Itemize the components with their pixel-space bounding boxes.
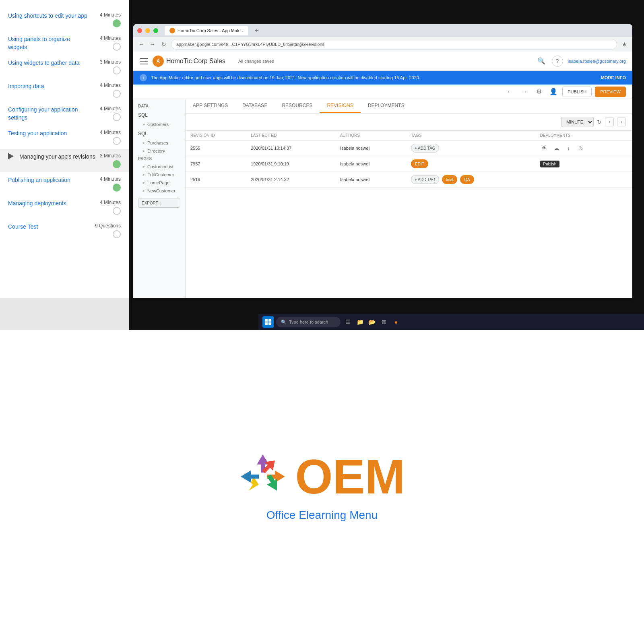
undo-btn[interactable]: ←	[504, 86, 516, 97]
reload-btn[interactable]: ↻	[160, 40, 168, 48]
course-item-testing[interactable]: Testing your application 4 Minutes	[0, 126, 129, 149]
sidebar-editcustomer[interactable]: ► EditCustomer	[133, 171, 185, 179]
tab-icon	[169, 28, 175, 33]
course-item-content: Course Test	[8, 223, 38, 231]
status-circle	[113, 113, 121, 121]
col-authors: AUTHORS	[335, 131, 406, 140]
browser-min-btn[interactable]	[145, 28, 150, 33]
add-tag-btn-2[interactable]: + ADD TAG	[411, 175, 439, 184]
sidebar-newcustomer[interactable]: ► NewCustomer	[133, 187, 185, 195]
export-label: EXPORT	[142, 201, 158, 205]
svg-rect-1	[268, 319, 271, 322]
sidebar-directory[interactable]: ► Directory	[133, 147, 185, 155]
status-circle	[113, 160, 121, 168]
user-email: isabela.roslee@gcsbinary.org	[568, 59, 626, 64]
pages-section-label: PAGES	[133, 155, 185, 163]
sidebar-customers[interactable]: ► Customers	[133, 120, 185, 128]
browser-icon[interactable]: ●	[391, 317, 401, 327]
tab-resources[interactable]: RESOURCES	[275, 99, 320, 113]
course-item-publishing[interactable]: Publishing an application 4 Minutes	[0, 172, 129, 196]
cloud-icon[interactable]: ☁	[552, 144, 561, 153]
revisions-table: REVISION ID LAST EDITED AUTHORS TAGS DEP…	[186, 131, 632, 188]
next-page-btn[interactable]: ›	[617, 118, 626, 126]
course-meta: 4 Minutes	[100, 200, 121, 215]
app-search-icon[interactable]: 🔍	[536, 56, 547, 67]
sidebar-sql-2[interactable]: SQL	[133, 128, 185, 139]
view-icon[interactable]: 👁	[540, 144, 549, 153]
browser-tab[interactable]: HomoTic Corp Sales - App Mak...	[165, 26, 248, 35]
minute-select[interactable]: MINUTE HOUR DAY	[561, 117, 594, 127]
tab-revisions[interactable]: REVISIONS	[320, 99, 360, 113]
status-circle	[113, 90, 121, 98]
browser-addressbar: ← → ↻ appmaker.google.com/s4t/...C1PhYGJ…	[133, 37, 632, 52]
cell-tags: + ADD TAG	[406, 140, 535, 156]
course-meta: 4 Minutes	[100, 176, 121, 192]
refresh-icon[interactable]: ↻	[597, 119, 602, 125]
prev-page-btn[interactable]: ‹	[605, 118, 614, 126]
course-item-revisions[interactable]: Managing your app's revisions 3 Minutes	[0, 149, 129, 172]
course-item-course_test[interactable]: Course Test 9 Questions	[0, 219, 129, 242]
course-item-content: Using widgets to gather data	[8, 59, 79, 67]
download-icon[interactable]: ↓	[564, 144, 573, 153]
person-icon[interactable]: 👤	[548, 86, 559, 97]
mail-icon[interactable]: ✉	[379, 317, 389, 327]
file-explorer-icon[interactable]: 📁	[355, 317, 365, 327]
status-circle	[113, 66, 121, 74]
course-item-importing[interactable]: Importing data 4 Minutes	[0, 78, 129, 102]
col-tags: TAGS	[406, 131, 535, 140]
export-btn[interactable]: EXPORT ↓	[138, 198, 180, 208]
oem-logo: OEM	[239, 452, 405, 501]
course-item-panels[interactable]: Using panels to organize widgets 4 Minut…	[0, 31, 129, 55]
final-tag-btn[interactable]: final	[442, 175, 457, 184]
folder-icon[interactable]: 📂	[367, 317, 377, 327]
new-tab-btn[interactable]: +	[253, 27, 261, 35]
course-duration: 4 Minutes	[100, 12, 121, 18]
course-meta: 3 Minutes	[100, 59, 121, 74]
preview-btn[interactable]: PREVIEW	[595, 87, 626, 97]
banner-more-info-btn[interactable]: MORE INFO	[601, 75, 626, 80]
search-icon-taskbar: 🔍	[281, 320, 287, 325]
course-item-configuring[interactable]: Configuring your application settings 4 …	[0, 102, 129, 126]
sidebar-sql-1[interactable]: SQL	[133, 110, 185, 120]
address-bar[interactable]: appmaker.google.com/s4t/...C1PhYGJhrkL4P…	[171, 39, 617, 50]
qa-tag-btn[interactable]: QA	[460, 175, 474, 184]
redo-btn[interactable]: →	[519, 86, 530, 97]
content-tabs: APP SETTINGS DATABASE RESOURCES REVISION…	[186, 99, 632, 114]
course-item-deployments[interactable]: Managing deployments 4 Minutes	[0, 196, 129, 219]
oem-brand-text: OEM	[295, 452, 405, 501]
taskbar-search[interactable]: 🔍 Type here to search	[276, 317, 341, 327]
course-meta: 9 Questions	[95, 223, 121, 238]
publish-btn[interactable]: PUBLISH	[562, 87, 592, 97]
course-item-widgets[interactable]: Using widgets to gather data 3 Minutes	[0, 55, 129, 78]
browser-max-btn[interactable]	[153, 28, 158, 33]
clock-icon[interactable]: ⏲	[576, 144, 585, 153]
back-btn[interactable]: ←	[137, 40, 145, 48]
course-item-shortcuts[interactable]: Using shortcuts to edit your app 4 Minut…	[0, 8, 129, 31]
task-view-icon[interactable]: ☰	[343, 317, 353, 327]
tab-database[interactable]: DATABASE	[235, 99, 275, 113]
sidebar-purchases[interactable]: ► Purchases	[133, 139, 185, 147]
sidebar-homepage[interactable]: ► HomePage	[133, 179, 185, 187]
tab-app-settings[interactable]: APP SETTINGS	[186, 99, 235, 113]
browser-close-btn[interactable]	[137, 28, 142, 33]
table-row: 2555 2020/01/31 13:14:37 Isabela noswell…	[186, 140, 632, 156]
forward-btn[interactable]: →	[149, 40, 157, 48]
bookmark-icon[interactable]: ★	[620, 40, 628, 48]
app-header: A HomoTic Corp Sales All changes saved 🔍…	[133, 52, 632, 71]
course-title: Configuring your application settings	[8, 106, 89, 122]
col-revision-id: REVISION ID	[186, 131, 246, 140]
edit-tag-btn[interactable]: EDIT	[411, 159, 428, 168]
add-tag-btn-1[interactable]: + ADD TAG	[411, 144, 439, 153]
cell-tags: + ADD TAG final QA	[406, 172, 535, 188]
sidebar-customerlist[interactable]: ► CustomerList	[133, 163, 185, 171]
hamburger-menu[interactable]	[140, 58, 148, 64]
cell-author: Isabela noswell	[335, 140, 406, 156]
settings-icon[interactable]: ⚙	[533, 86, 545, 97]
start-btn[interactable]	[262, 316, 274, 328]
tab-deployments[interactable]: DEPLOYMENTS	[361, 99, 412, 113]
app-help-icon[interactable]: ?	[552, 56, 563, 67]
cell-author: Isabela noswell	[335, 156, 406, 172]
oem-text-container: OEM	[295, 452, 405, 501]
app-title: HomoTic Corp Sales	[166, 58, 225, 65]
taskbar-search-text: Type here to search	[289, 320, 328, 324]
